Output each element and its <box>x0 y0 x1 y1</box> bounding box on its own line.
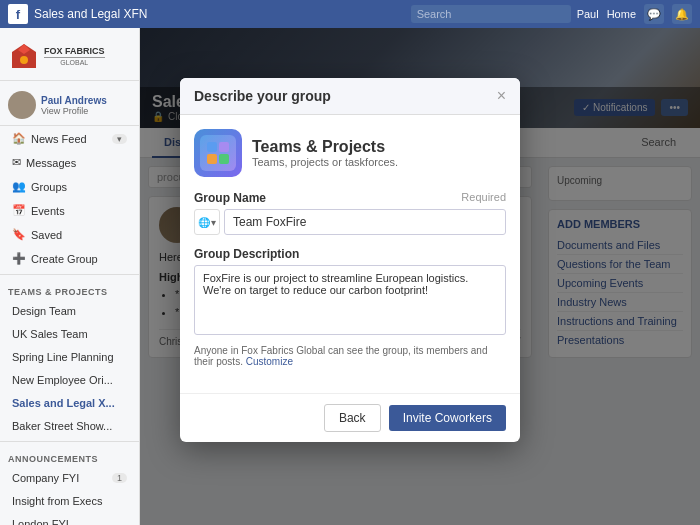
events-icon: 📅 <box>12 204 26 217</box>
invite-coworkers-button[interactable]: Invite Coworkers <box>389 405 506 431</box>
teams-projects-icon <box>204 139 232 167</box>
sidebar-item-baker[interactable]: Baker Street Show... <box>4 415 135 437</box>
messages-icon[interactable]: 💬 <box>644 4 664 24</box>
fox-icon <box>8 40 40 72</box>
sidebar-item-newsfeed[interactable]: 🏠 News Feed ▾ <box>4 127 135 150</box>
sidebar-item-newemployee[interactable]: New Employee Ori... <box>4 369 135 391</box>
teams-section-header: TEAMS & PROJECTS <box>0 279 139 299</box>
describe-group-modal: Describe your group × <box>180 78 520 442</box>
svg-rect-6 <box>219 154 229 164</box>
svg-rect-5 <box>207 154 217 164</box>
topbar-user: Paul <box>577 8 599 20</box>
sidebar-item-saleslegal[interactable]: Sales and Legal X... <box>4 392 135 414</box>
user-name[interactable]: Paul Andrews <box>41 95 107 106</box>
svg-point-2 <box>20 56 28 64</box>
group-name-row: 🌐 ▾ <box>194 209 506 235</box>
category-name: Teams & Projects <box>252 138 398 156</box>
group-name-input[interactable] <box>224 209 506 235</box>
sidebar-item-label: Events <box>31 205 65 217</box>
modal-header: Describe your group × <box>180 78 520 115</box>
avatar <box>8 91 36 119</box>
group-desc-textarea[interactable]: FoxFire is our project to streamline Eur… <box>194 265 506 335</box>
sidebar-item-groups[interactable]: 👥 Groups <box>4 175 135 198</box>
modal-category: Teams & Projects Teams, projects or task… <box>194 129 506 177</box>
sidebar-divider-1 <box>0 274 139 275</box>
sidebar-item-design[interactable]: Design Team <box>4 300 135 322</box>
create-icon: ➕ <box>12 252 26 265</box>
privacy-note: Anyone in Fox Fabrics Global can see the… <box>194 345 506 367</box>
sidebar-item-uksales[interactable]: UK Sales Team <box>4 323 135 345</box>
sidebar-item-saved[interactable]: 🔖 Saved <box>4 223 135 246</box>
sidebar-item-events[interactable]: 📅 Events <box>4 199 135 222</box>
modal-footer: Back Invite Coworkers <box>180 393 520 442</box>
group-desc-label: Group Description <box>194 247 506 261</box>
fox-fabrics-logo: FOX FABRICS GLOBAL <box>8 40 131 72</box>
topbar-title: Sales and Legal XFN <box>34 7 405 21</box>
sidebar-item-spring[interactable]: Spring Line Planning <box>4 346 135 368</box>
modal-body: Teams & Projects Teams, projects or task… <box>180 115 520 393</box>
user-info: Paul Andrews View Profile <box>41 95 107 116</box>
announcements-section-header: ANNOUNCEMENTS <box>0 446 139 466</box>
newsfeed-icon: 🏠 <box>12 132 26 145</box>
nav-badge: ▾ <box>112 134 127 144</box>
modal-title: Describe your group <box>194 88 331 104</box>
saved-icon: 🔖 <box>12 228 26 241</box>
user-area: Paul Andrews View Profile <box>0 85 139 126</box>
sidebar-item-companyfyi[interactable]: Company FYI 1 <box>4 467 135 489</box>
svg-rect-4 <box>219 142 229 152</box>
required-label: Required <box>461 191 506 205</box>
company-logo-area: FOX FABRICS GLOBAL <box>0 32 139 81</box>
customize-link[interactable]: Customize <box>246 356 293 367</box>
notifications-icon[interactable]: 🔔 <box>672 4 692 24</box>
back-button[interactable]: Back <box>324 404 381 432</box>
category-info: Teams & Projects Teams, projects or task… <box>252 138 398 168</box>
sidebar-item-messages[interactable]: ✉ Messages <box>4 151 135 174</box>
company-name-text: FOX FABRICS GLOBAL <box>44 46 105 67</box>
sidebar-item-label: Messages <box>26 157 76 169</box>
sidebar-item-insightexecs[interactable]: Insight from Execs <box>4 490 135 512</box>
messages-nav-icon: ✉ <box>12 156 21 169</box>
svg-rect-3 <box>207 142 217 152</box>
topbar-home[interactable]: Home <box>607 8 636 20</box>
content-area: Sales and Legal 🔒 Closed Group ✓ Notific… <box>140 28 700 525</box>
sidebar-item-label: News Feed <box>31 133 87 145</box>
sidebar-item-londonfyi[interactable]: London FYI <box>4 513 135 525</box>
globe-icon: 🌐 <box>198 217 210 228</box>
sidebar-item-label: Create Group <box>31 253 98 265</box>
sidebar-divider-2 <box>0 441 139 442</box>
facebook-logo: f <box>8 4 28 24</box>
modal-overlay[interactable]: Describe your group × <box>140 28 700 525</box>
sidebar-item-creategroup[interactable]: ➕ Create Group <box>4 247 135 270</box>
company-fyi-badge: 1 <box>112 473 127 483</box>
topbar-right: Paul Home 💬 🔔 <box>577 4 692 24</box>
sidebar-item-label: Saved <box>31 229 62 241</box>
view-profile-link[interactable]: View Profile <box>41 106 107 116</box>
group-name-label: Group Name Required <box>194 191 506 205</box>
topbar-search[interactable] <box>411 5 571 23</box>
sidebar: FOX FABRICS GLOBAL Paul Andrews View Pro… <box>0 28 140 525</box>
category-icon-inner <box>200 135 236 171</box>
category-desc: Teams, projects or taskforces. <box>252 156 398 168</box>
main-layout: FOX FABRICS GLOBAL Paul Andrews View Pro… <box>0 28 700 525</box>
sidebar-item-label: Groups <box>31 181 67 193</box>
category-icon <box>194 129 242 177</box>
topbar: f Sales and Legal XFN Paul Home 💬 🔔 <box>0 0 700 28</box>
groups-icon: 👥 <box>12 180 26 193</box>
modal-close-button[interactable]: × <box>497 88 506 104</box>
privacy-globe-button[interactable]: 🌐 ▾ <box>194 209 220 235</box>
